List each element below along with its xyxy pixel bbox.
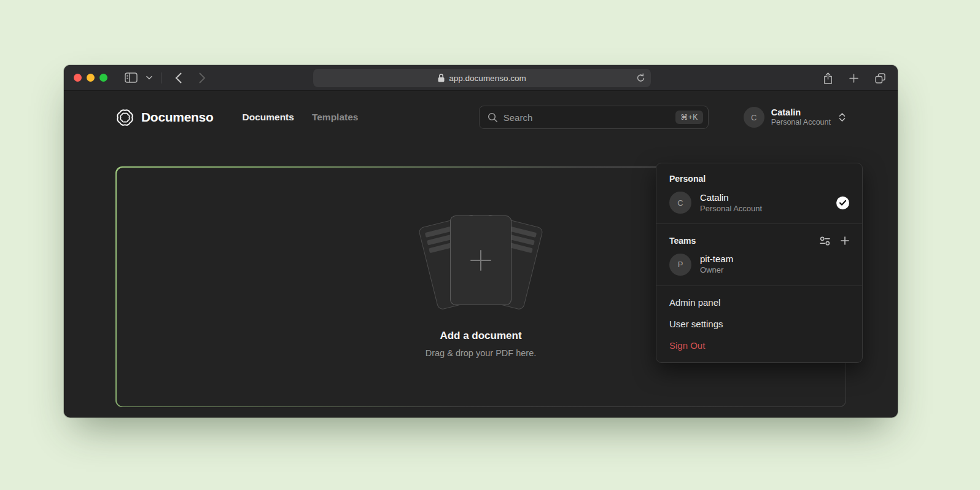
teams-section-header: Teams bbox=[656, 230, 862, 249]
lock-icon bbox=[438, 74, 445, 82]
browser-window: app.documenso.com bbox=[64, 65, 898, 418]
menu-item-sign-out[interactable]: Sign Out bbox=[656, 335, 862, 356]
dropzone-title: Add a document bbox=[440, 330, 521, 342]
nav-link-documents[interactable]: Documents bbox=[243, 112, 294, 123]
account-menu-button[interactable]: C Catalin Personal Account bbox=[744, 107, 846, 128]
account-name: Catalin bbox=[771, 107, 831, 118]
close-button[interactable] bbox=[74, 74, 82, 82]
reload-icon[interactable] bbox=[636, 73, 645, 85]
account-subtitle: Personal Account bbox=[771, 118, 831, 128]
search-bar[interactable]: ⌘+K bbox=[479, 106, 709, 129]
personal-account-item[interactable]: C Catalin Personal Account bbox=[656, 187, 862, 218]
new-tab-icon[interactable] bbox=[848, 72, 860, 84]
address-bar[interactable]: app.documenso.com bbox=[313, 69, 651, 87]
zoom-button[interactable] bbox=[99, 74, 107, 82]
menu-divider bbox=[656, 286, 862, 286]
document-card-center bbox=[450, 216, 511, 305]
search-shortcut-badge: ⌘+K bbox=[675, 111, 703, 124]
app-content: Documenso Documents Templates ⌘+K C bbox=[64, 91, 898, 417]
avatar: C bbox=[669, 192, 691, 214]
search-input[interactable] bbox=[504, 112, 670, 123]
dropzone-subtitle: Drag & drop your PDF here. bbox=[426, 348, 537, 358]
chevron-down-icon[interactable] bbox=[145, 74, 154, 81]
documenso-logo-icon bbox=[115, 108, 134, 127]
team-role: Owner bbox=[700, 265, 733, 276]
check-icon bbox=[836, 196, 849, 209]
share-icon[interactable] bbox=[822, 71, 834, 85]
minimize-button[interactable] bbox=[87, 74, 95, 82]
avatar: C bbox=[744, 107, 764, 128]
chevrons-up-down-icon bbox=[838, 112, 846, 122]
sidebar-icon[interactable] bbox=[123, 71, 139, 84]
personal-section-label: Personal bbox=[656, 166, 862, 187]
nav-link-templates[interactable]: Templates bbox=[312, 112, 359, 123]
window-controls bbox=[74, 74, 107, 82]
back-icon[interactable] bbox=[174, 71, 183, 85]
app-navbar: Documenso Documents Templates ⌘+K C bbox=[115, 105, 846, 130]
account-dropdown-menu: Personal C Catalin Personal Account Team… bbox=[656, 163, 863, 363]
document-stack-illustration bbox=[415, 216, 546, 309]
url-text: app.documenso.com bbox=[449, 74, 526, 83]
tab-overview-icon[interactable] bbox=[874, 72, 887, 85]
avatar: P bbox=[669, 254, 691, 276]
teams-section-label: Teams bbox=[669, 236, 696, 246]
account-subtitle: Personal Account bbox=[700, 204, 762, 214]
add-team-icon[interactable] bbox=[841, 236, 849, 245]
toolbar-separator bbox=[161, 72, 161, 84]
nav-links: Documents Templates bbox=[243, 112, 359, 123]
team-name: pit-team bbox=[700, 253, 733, 265]
browser-titlebar: app.documenso.com bbox=[64, 65, 898, 91]
menu-divider bbox=[656, 224, 862, 224]
brand-name: Documenso bbox=[141, 110, 214, 125]
plus-icon bbox=[468, 247, 494, 273]
forward-icon[interactable] bbox=[198, 71, 207, 85]
brand[interactable]: Documenso bbox=[115, 108, 214, 127]
menu-item-admin-panel[interactable]: Admin panel bbox=[656, 292, 862, 313]
search-icon bbox=[488, 112, 498, 123]
account-name: Catalin bbox=[700, 192, 762, 204]
manage-teams-icon[interactable] bbox=[820, 236, 830, 246]
team-item[interactable]: P pit-team Owner bbox=[656, 249, 862, 279]
menu-item-user-settings[interactable]: User settings bbox=[656, 313, 862, 335]
